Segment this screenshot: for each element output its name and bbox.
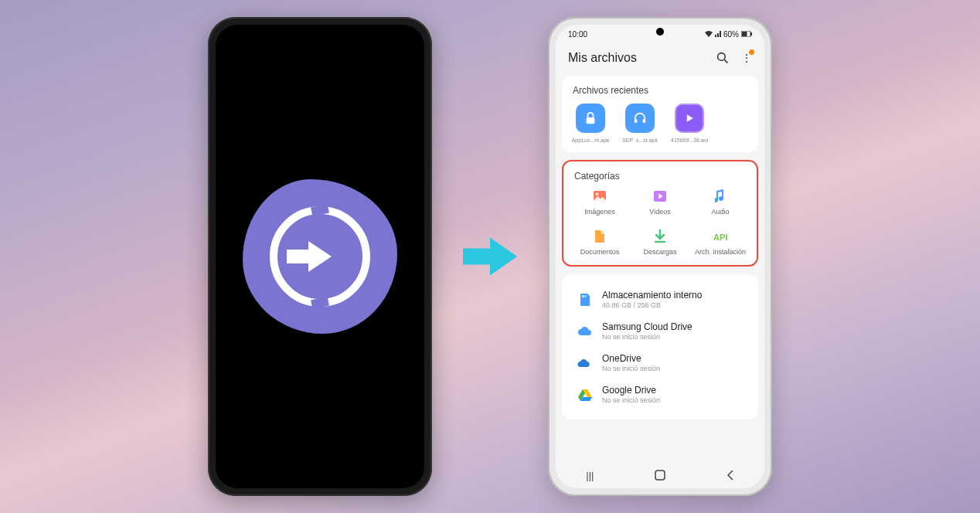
category-label: Imágenes: [584, 208, 615, 216]
audio-icon: [713, 189, 727, 203]
svg-point-3: [718, 53, 726, 61]
svg-rect-15: [585, 295, 586, 297]
svg-rect-7: [643, 119, 646, 123]
storage-name: OneDrive: [602, 353, 743, 364]
home-button[interactable]: [655, 470, 665, 481]
svg-rect-5: [587, 117, 595, 124]
storage-text: Samsung Cloud Drive No se inició sesión: [602, 321, 743, 341]
storage-sub: No se inició sesión: [602, 333, 743, 341]
status-right: 60%: [705, 30, 752, 39]
storage-item[interactable]: Almacenamiento interno 40.86 GB / 256 GB: [570, 284, 750, 315]
storage-card: Almacenamiento interno 40.86 GB / 256 GB…: [562, 274, 758, 420]
apk-icon: APK: [713, 229, 727, 243]
headphones-icon: [625, 104, 655, 133]
recent-file-label: SEP_s...st.apk: [622, 138, 658, 143]
status-battery: 60%: [723, 30, 739, 39]
svg-rect-1: [742, 32, 747, 36]
categories-card: Categorías Imágenes Videos Audio Documen…: [562, 160, 758, 267]
onedrive-icon: [577, 355, 593, 371]
svg-rect-16: [655, 471, 665, 480]
recent-file-item[interactable]: AppLoc...m.apk: [570, 104, 611, 143]
sd-icon: [577, 292, 593, 307]
category-label: Descargas: [643, 248, 676, 256]
back-button[interactable]: [726, 471, 734, 480]
lock-icon: [576, 104, 605, 133]
battery-icon: [741, 31, 752, 37]
recent-file-label: 415669...36.avi: [671, 138, 708, 143]
storage-name: Google Drive: [602, 385, 743, 396]
category-label: Documentos: [580, 248, 620, 256]
recent-file-item[interactable]: 415669...36.avi: [669, 104, 710, 143]
images-icon: [593, 189, 607, 203]
category-videos[interactable]: Videos: [631, 189, 689, 216]
storage-sub: 40.86 GB / 256 GB: [602, 301, 743, 309]
category-label: Videos: [649, 208, 670, 216]
recent-file-item[interactable]: SEP_s...st.apk: [619, 104, 661, 143]
category-documents[interactable]: Documentos: [571, 229, 628, 256]
phone-right: 10:00 60% Mis archivos ⋮ Archivos recien…: [548, 17, 772, 496]
notification-badge-icon: [749, 49, 754, 55]
storage-name: Samsung Cloud Drive: [602, 321, 743, 332]
storage-text: Google Drive No se inició sesión: [602, 385, 743, 404]
storage-sub: No se inició sesión: [602, 396, 743, 404]
storage-sub: No se inició sesión: [602, 365, 743, 372]
downloads-icon: [653, 229, 667, 243]
recent-file-label: AppLoc...m.apk: [572, 138, 610, 143]
svg-rect-2: [750, 32, 752, 36]
camera-hole-icon: [656, 28, 664, 36]
play-icon: [675, 104, 704, 133]
cloud-icon: [577, 324, 593, 339]
svg-rect-14: [584, 295, 584, 297]
storage-name: Almacenamiento interno: [602, 290, 743, 301]
videos-icon: [653, 189, 667, 203]
svg-text:APK: APK: [713, 233, 727, 242]
app-header: Mis archivos ⋮: [556, 43, 764, 76]
svg-rect-6: [635, 119, 638, 123]
recent-title: Archivos recientes: [570, 85, 750, 96]
signal-icon: [715, 31, 721, 37]
search-icon[interactable]: [716, 52, 729, 64]
documents-icon: [593, 229, 607, 243]
system-nav-bar: |||: [556, 462, 764, 488]
wifi-icon: [705, 31, 713, 37]
page-title: Mis archivos: [568, 51, 637, 65]
camera-hole-icon: [316, 28, 324, 36]
category-audio[interactable]: Audio: [692, 189, 749, 216]
phone-left: [208, 17, 432, 496]
categories-title: Categorías: [571, 171, 749, 182]
svg-point-9: [596, 193, 599, 196]
svg-line-4: [724, 59, 727, 63]
category-apk[interactable]: APK Arch. instalación: [692, 229, 749, 256]
recent-files-card: Archivos recientes AppLoc...m.apk SEP_s.…: [562, 76, 758, 152]
recents-button[interactable]: |||: [586, 470, 594, 481]
phone-right-screen: 10:00 60% Mis archivos ⋮ Archivos recien…: [556, 25, 764, 488]
storage-text: OneDrive No se inició sesión: [602, 353, 743, 372]
more-menu-icon[interactable]: ⋮: [741, 52, 752, 64]
category-label: Audio: [711, 208, 729, 216]
phone-left-screen: [216, 25, 424, 488]
svg-rect-13: [582, 295, 583, 297]
storage-text: Almacenamiento interno 40.86 GB / 256 GB: [602, 290, 743, 309]
category-downloads[interactable]: Descargas: [631, 229, 689, 256]
transfer-app-icon: [216, 25, 424, 488]
category-images[interactable]: Imágenes: [571, 189, 628, 216]
storage-item[interactable]: Samsung Cloud Drive No se inició sesión: [570, 315, 750, 347]
gdrive-icon: [577, 387, 593, 403]
status-time: 10:00: [568, 30, 587, 39]
storage-item[interactable]: OneDrive No se inició sesión: [570, 347, 750, 379]
arrow-right-icon: [463, 235, 517, 278]
category-label: Arch. instalación: [695, 248, 746, 256]
storage-item[interactable]: Google Drive No se inició sesión: [570, 379, 750, 410]
